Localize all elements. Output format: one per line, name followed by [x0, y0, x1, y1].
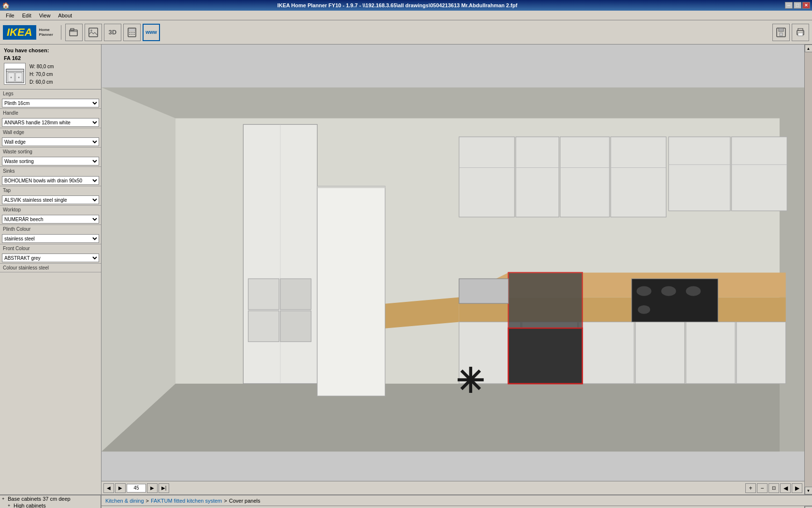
config-legs: Legs Plinth 16cm [0, 90, 101, 109]
calculator-button[interactable] [123, 24, 141, 41]
menu-edit[interactable]: Edit [18, 12, 35, 19]
colour-label: Colour stainless steel [0, 264, 101, 272]
viewport-row: ✳ ◀ ▶ ▶ ▶| [102, 45, 812, 494]
sinks-select[interactable]: BOHOLMEN bowls with drain 90x50 [2, 176, 99, 185]
close-button[interactable]: ✕ [802, 2, 810, 9]
minimize-button[interactable]: ─ [785, 2, 793, 9]
front-colour-label: Front Colour [0, 244, 101, 253]
product-vscroll-up[interactable]: ▲ [805, 506, 812, 508]
item-icon [4, 63, 26, 85]
bottom-row: + Base cabinets 37 cm deep + High cabine… [0, 495, 812, 508]
breadcrumb-item-2[interactable]: FAKTUM fitted kitchen system [151, 498, 222, 504]
tap-select[interactable]: ALSVIK stainless steel single [2, 195, 99, 204]
svg-rect-2 [89, 28, 98, 37]
sinks-select-container: BOHOLMEN bowls with drain 90x50 [0, 175, 101, 186]
svg-rect-60 [280, 279, 311, 310]
svg-rect-54 [459, 279, 508, 303]
save-image-button[interactable] [85, 24, 102, 41]
ikea-logo: IKEA [3, 25, 36, 40]
titlebar-controls: ─ □ ✕ [785, 2, 810, 9]
svg-point-23 [18, 76, 19, 78]
handle-select[interactable]: ANNARS handle 128mm white [2, 118, 99, 127]
front-colour-select[interactable]: ABSTRAKT grey [2, 254, 99, 262]
zoom-fit-button[interactable]: ⊡ [768, 483, 779, 493]
product-list: PERFEKT 70 cm PERFEKT 76 cm PERFEKT 70 c… [102, 506, 804, 508]
selection-info: You have chosen: FA 162 W: 80,0 cm H: 70 [0, 45, 101, 90]
plinth-colour-label: Plinth Colour [0, 225, 101, 233]
vscroll-up-button[interactable]: ▲ [805, 45, 812, 52]
bottom-tree: + Base cabinets 37 cm deep + High cabine… [0, 495, 102, 508]
waste-sorting-label: Waste sorting [0, 148, 101, 156]
zoom-input[interactable] [127, 484, 146, 493]
svg-rect-9 [129, 34, 130, 35]
bottom-content: Kitchen & dining > FAKTUM fitted kitchen… [102, 495, 812, 508]
svg-point-51 [661, 286, 676, 296]
save-button[interactable] [772, 24, 790, 41]
legs-select[interactable]: Plinth 16cm [2, 99, 99, 107]
tree-item-high-cabinets[interactable]: + High cabinets [0, 502, 101, 508]
menubar: File Edit View About [0, 11, 812, 20]
config-tap: Tap ALSVIK stainless steel single [0, 186, 101, 206]
item-depth: D: 60,0 cm [29, 78, 54, 86]
svg-rect-5 [129, 29, 135, 31]
config-front-colour: Front Colour ABSTRAKT grey [0, 244, 101, 264]
zoom-in-button[interactable]: + [745, 483, 756, 493]
svg-rect-30 [459, 137, 515, 217]
breadcrumb-item-1[interactable]: Kitchen & dining [105, 498, 144, 504]
svg-rect-45 [686, 322, 735, 384]
vscroll-track[interactable] [805, 52, 812, 487]
svg-point-3 [90, 30, 92, 31]
wall-edge-label: Wall edge [0, 128, 101, 136]
print-button[interactable] [792, 24, 809, 41]
svg-rect-16 [798, 33, 803, 36]
svg-rect-32 [560, 137, 609, 217]
titlebar-title: IKEA Home Planner FY10 - 1.9.7 - \\192.1… [277, 2, 518, 8]
svg-rect-7 [131, 32, 132, 33]
left-panel: You have chosen: FA 162 W: 80,0 cm H: 70 [0, 45, 102, 494]
tap-select-container: ALSVIK stainless steel single [0, 194, 101, 205]
titlebar: 🏠 IKEA Home Planner FY10 - 1.9.7 - \\192… [0, 0, 812, 11]
config-plinth-colour: Plinth Colour stainless steel [0, 225, 101, 244]
worktop-select[interactable]: NUMERÄR beech [2, 215, 99, 224]
toolbar-separator-1 [61, 25, 61, 40]
svg-point-52 [686, 286, 701, 296]
svg-point-17 [802, 31, 803, 32]
pan-left-button[interactable]: ◀ [780, 483, 791, 493]
svg-rect-10 [131, 34, 132, 35]
plinth-colour-select-container: stainless steel [0, 233, 101, 244]
svg-rect-59 [248, 311, 279, 342]
pan-right-button[interactable]: ▶ [792, 483, 802, 493]
waste-sorting-select[interactable]: Waste sorting [2, 157, 99, 165]
nav-apply-button[interactable]: ▶ [147, 483, 158, 493]
svg-rect-35 [731, 137, 787, 211]
tap-label: Tap [0, 186, 101, 194]
product-list-container: PERFEKT 70 cm PERFEKT 76 cm PERFEKT 70 c… [102, 506, 812, 508]
svg-rect-8 [133, 32, 135, 33]
breadcrumb-sep-1: > [146, 498, 149, 504]
menu-file[interactable]: File [2, 12, 18, 19]
menu-about[interactable]: About [54, 12, 76, 19]
config-worktop: Worktop NUMERÄR beech [0, 206, 101, 225]
svg-rect-34 [668, 137, 730, 211]
breadcrumb-item-3: Cover panels [229, 498, 261, 504]
restore-button[interactable]: □ [794, 2, 801, 9]
tree-item-base-cabinets[interactable]: + Base cabinets 37 cm deep [0, 495, 101, 502]
3d-button[interactable]: 3D [104, 24, 121, 41]
open-button[interactable] [65, 24, 83, 41]
nav-prev-button[interactable]: ◀ [103, 483, 114, 493]
zoom-out-button[interactable]: − [757, 483, 768, 493]
svg-rect-19 [6, 69, 24, 72]
wall-edge-select[interactable]: Wall edge [2, 137, 99, 146]
plinth-colour-select[interactable]: stainless steel [2, 234, 99, 243]
config-waste-sorting: Waste sorting Waste sorting [0, 148, 101, 167]
nav-end-button[interactable]: ▶| [159, 483, 169, 493]
nav-next-button[interactable]: ▶ [115, 483, 126, 493]
viewport[interactable]: ✳ ◀ ▶ ▶ ▶| [102, 45, 804, 494]
vscroll-down-button[interactable]: ▼ [805, 487, 812, 494]
breadcrumb: Kitchen & dining > FAKTUM fitted kitchen… [102, 495, 812, 506]
menu-view[interactable]: View [35, 12, 55, 19]
www-button[interactable]: www [143, 24, 160, 41]
tree-item-label-2: High cabinets [14, 503, 46, 508]
svg-point-50 [637, 286, 652, 296]
item-preview: W: 80,0 cm H: 70,0 cm D: 60,0 cm [4, 63, 97, 86]
